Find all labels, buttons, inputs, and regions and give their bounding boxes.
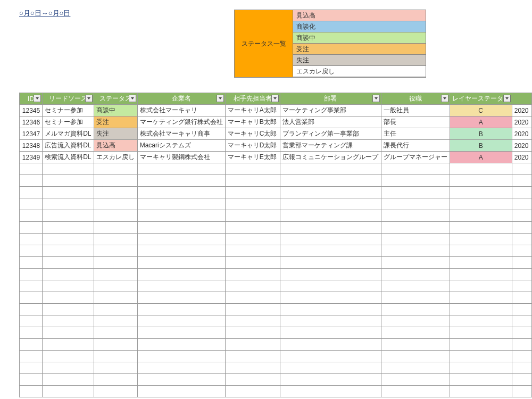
cell-empty[interactable] xyxy=(225,351,280,362)
cell-contact[interactable]: マーキャリE太郎 xyxy=(225,152,280,163)
column-header-company[interactable]: 企業名 xyxy=(137,93,225,105)
cell-layer[interactable]: A xyxy=(450,117,512,128)
cell-empty[interactable] xyxy=(225,304,280,315)
cell-empty[interactable] xyxy=(94,269,137,280)
cell-empty[interactable] xyxy=(43,292,94,304)
cell-empty[interactable] xyxy=(20,339,43,351)
cell-pos[interactable]: 課長代行 xyxy=(381,140,450,152)
cell-empty[interactable] xyxy=(280,327,381,339)
cell-empty[interactable] xyxy=(94,351,137,362)
cell-empty[interactable] xyxy=(225,339,280,351)
cell-empty[interactable] xyxy=(225,222,280,234)
id-filter-icon[interactable] xyxy=(34,95,41,102)
cell-empty[interactable] xyxy=(450,315,512,327)
cell-id[interactable]: 12349 xyxy=(20,152,43,163)
cell-empty[interactable] xyxy=(512,339,531,351)
cell-empty[interactable] xyxy=(450,327,512,339)
cell-empty[interactable] xyxy=(381,386,450,397)
cell-empty[interactable] xyxy=(225,245,280,257)
cell-empty[interactable] xyxy=(280,198,381,210)
cell-empty[interactable] xyxy=(94,245,137,257)
cell-layer[interactable]: B xyxy=(450,128,512,140)
cell-empty[interactable] xyxy=(450,198,512,210)
cell-empty[interactable] xyxy=(43,315,94,327)
cell-dept[interactable]: 法人営業部 xyxy=(280,117,381,128)
cell-empty[interactable] xyxy=(280,210,381,222)
cell-empty[interactable] xyxy=(512,198,531,210)
cell-empty[interactable] xyxy=(137,280,225,292)
cell-empty[interactable] xyxy=(43,210,94,222)
cell-empty[interactable] xyxy=(137,163,225,175)
cell-contact[interactable]: マーキャリC太郎 xyxy=(225,128,280,140)
cell-empty[interactable] xyxy=(20,175,43,187)
cell-empty[interactable] xyxy=(381,210,450,222)
cell-empty[interactable] xyxy=(381,257,450,269)
cell-empty[interactable] xyxy=(381,362,450,374)
cell-empty[interactable] xyxy=(20,280,43,292)
cell-empty[interactable] xyxy=(512,315,531,327)
cell-empty[interactable] xyxy=(43,339,94,351)
cell-empty[interactable] xyxy=(381,175,450,187)
cell-empty[interactable] xyxy=(381,351,450,362)
cell-empty[interactable] xyxy=(512,292,531,304)
cell-empty[interactable] xyxy=(450,386,512,397)
cell-empty[interactable] xyxy=(137,234,225,245)
column-header-status[interactable]: ステータス xyxy=(94,93,137,105)
dept-filter-icon[interactable] xyxy=(372,95,380,102)
cell-empty[interactable] xyxy=(20,304,43,315)
cell-empty[interactable] xyxy=(450,351,512,362)
cell-empty[interactable] xyxy=(381,339,450,351)
cell-id[interactable]: 12346 xyxy=(20,117,43,128)
cell-empty[interactable] xyxy=(381,280,450,292)
cell-empty[interactable] xyxy=(280,362,381,374)
cell-empty[interactable] xyxy=(137,257,225,269)
cell-empty[interactable] xyxy=(20,362,43,374)
cell-empty[interactable] xyxy=(512,362,531,374)
cell-empty[interactable] xyxy=(280,187,381,198)
cell-dept[interactable]: マーケティング事業部 xyxy=(280,105,381,117)
cell-empty[interactable] xyxy=(512,374,531,386)
cell-empty[interactable] xyxy=(381,374,450,386)
cell-empty[interactable] xyxy=(225,187,280,198)
cell-status[interactable]: 商談中 xyxy=(94,105,137,117)
cell-empty[interactable] xyxy=(94,304,137,315)
cell-empty[interactable] xyxy=(43,234,94,245)
cell-company[interactable]: Macariシステムズ xyxy=(137,140,225,152)
cell-lead[interactable]: 検索流入資料DL xyxy=(43,152,94,163)
cell-empty[interactable] xyxy=(280,351,381,362)
cell-empty[interactable] xyxy=(450,257,512,269)
cell-empty[interactable] xyxy=(94,374,137,386)
cell-empty[interactable] xyxy=(43,362,94,374)
cell-empty[interactable] xyxy=(512,257,531,269)
cell-empty[interactable] xyxy=(20,187,43,198)
cell-empty[interactable] xyxy=(450,339,512,351)
cell-empty[interactable] xyxy=(43,269,94,280)
cell-empty[interactable] xyxy=(20,292,43,304)
cell-layer[interactable]: A xyxy=(450,152,512,163)
cell-empty[interactable] xyxy=(43,257,94,269)
cell-empty[interactable] xyxy=(450,187,512,198)
cell-empty[interactable] xyxy=(280,386,381,397)
cell-empty[interactable] xyxy=(225,198,280,210)
cell-pos[interactable]: 一般社員 xyxy=(381,105,450,117)
cell-empty[interactable] xyxy=(225,280,280,292)
cell-empty[interactable] xyxy=(512,245,531,257)
cell-empty[interactable] xyxy=(225,210,280,222)
cell-empty[interactable] xyxy=(512,269,531,280)
cell-empty[interactable] xyxy=(137,327,225,339)
cell-company[interactable]: マーケティング銀行株式会社 xyxy=(137,117,225,128)
cell-empty[interactable] xyxy=(20,234,43,245)
cell-empty[interactable] xyxy=(137,304,225,315)
cell-empty[interactable] xyxy=(20,245,43,257)
cell-date[interactable]: 2020 xyxy=(512,117,531,128)
cell-empty[interactable] xyxy=(137,362,225,374)
cell-dept[interactable]: ブランディング第一事業部 xyxy=(280,128,381,140)
cell-empty[interactable] xyxy=(43,304,94,315)
cell-empty[interactable] xyxy=(280,374,381,386)
layer-filter-icon[interactable] xyxy=(503,95,511,102)
cell-empty[interactable] xyxy=(137,351,225,362)
cell-empty[interactable] xyxy=(43,327,94,339)
cell-empty[interactable] xyxy=(450,304,512,315)
cell-lead[interactable]: セミナー参加 xyxy=(43,117,94,128)
column-header-dept[interactable]: 部署 xyxy=(280,93,381,105)
